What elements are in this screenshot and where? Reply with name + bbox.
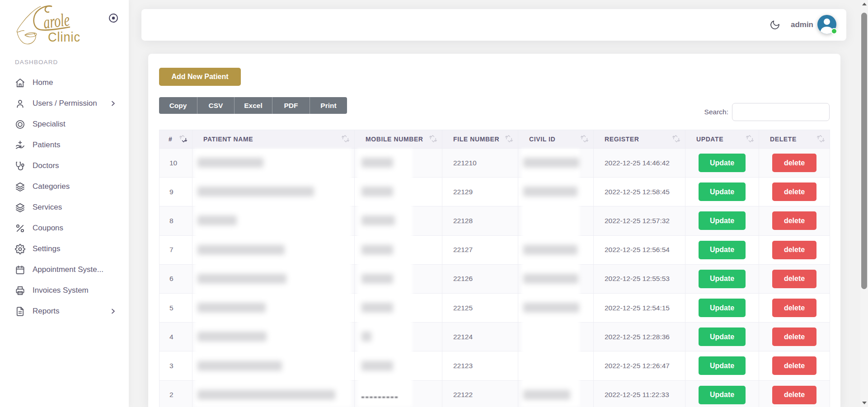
svg-text:arole: arole <box>42 9 70 33</box>
svg-text:Clinic: Clinic <box>48 30 80 44</box>
